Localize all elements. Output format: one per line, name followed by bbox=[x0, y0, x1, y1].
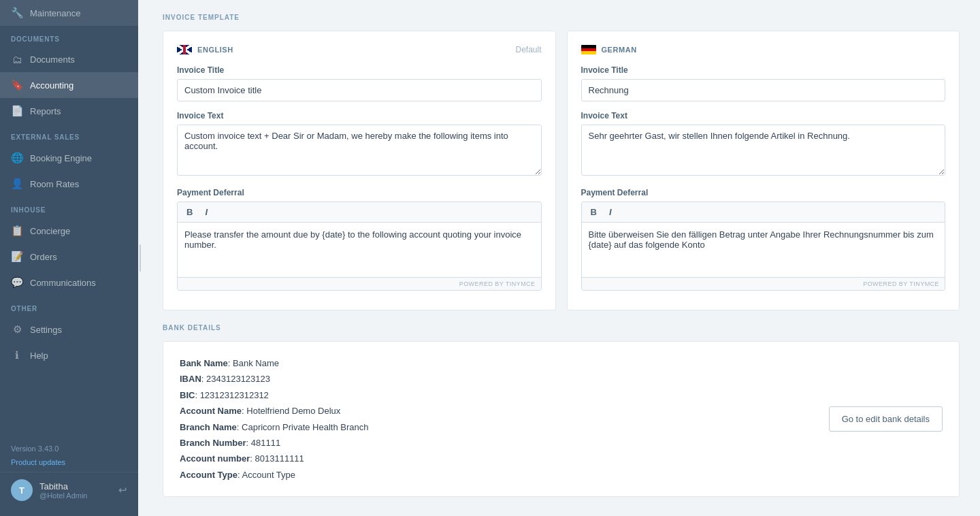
sidebar-item-label: Accounting bbox=[30, 80, 74, 91]
sidebar-item-room-rates[interactable]: 👤 Room Rates bbox=[0, 171, 138, 197]
sidebar-item-orders[interactable]: 📝 Orders bbox=[0, 244, 138, 270]
bic-row: BIC: 12312312312312 bbox=[180, 387, 815, 403]
sidebar-bottom: Version 3.43.0 Product updates T Tabitha… bbox=[0, 432, 138, 516]
sidebar-section-external-sales: External Sales bbox=[0, 124, 138, 145]
sidebar-item-label: Maintenance bbox=[30, 8, 80, 18]
sidebar-item-concierge[interactable]: 📋 Concierge bbox=[0, 218, 138, 244]
uk-flag-icon bbox=[177, 45, 192, 54]
german-invoice-card: GERMAN Invoice Title Invoice Text Sehr g… bbox=[567, 31, 960, 310]
de-payment-deferral-label: Payment Deferral bbox=[581, 188, 946, 197]
account-number-label: Account number bbox=[180, 453, 250, 464]
en-rich-footer: POWERED BY TINYMCE bbox=[178, 277, 541, 290]
bank-details-label: BANK DETAILS bbox=[163, 324, 960, 332]
en-invoice-title-label: Invoice Title bbox=[177, 65, 542, 75]
user-role: @Hotel Admin bbox=[39, 491, 112, 500]
booking-engine-icon: 🌐 bbox=[11, 152, 23, 164]
sidebar-item-label: Documents bbox=[30, 54, 75, 65]
account-name-row: Account Name: Hotelfriend Demo Delux bbox=[180, 403, 815, 419]
branch-name-value: Capricorn Private Health Branch bbox=[242, 422, 368, 432]
sidebar-item-booking-engine[interactable]: 🌐 Booking Engine bbox=[0, 145, 138, 171]
en-bold-button[interactable]: B bbox=[183, 206, 196, 219]
sidebar-item-communications[interactable]: 💬 Communications bbox=[0, 270, 138, 295]
english-invoice-card: ENGLISH Default Invoice Title Invoice Te… bbox=[163, 31, 556, 310]
de-rich-toolbar: B I bbox=[582, 202, 945, 223]
accounting-icon: 🔖 bbox=[11, 79, 23, 91]
communications-icon: 💬 bbox=[11, 276, 23, 289]
de-invoice-text-area[interactable]: Sehr geehrter Gast, wir stellen Ihnen fo… bbox=[581, 125, 946, 176]
sidebar-item-reports[interactable]: 📄 Reports bbox=[0, 98, 138, 124]
documents-icon: 🗂 bbox=[11, 54, 23, 65]
branch-name-label: Branch Name bbox=[180, 422, 237, 432]
de-rich-content[interactable]: Bitte überweisen Sie den fälligen Betrag… bbox=[582, 223, 945, 277]
bank-name-label: Bank Name bbox=[180, 358, 228, 368]
user-name: Tabitha bbox=[39, 481, 112, 491]
de-bold-button[interactable]: B bbox=[587, 206, 600, 219]
room-rates-icon: 👤 bbox=[11, 178, 23, 190]
en-rich-toolbar: B I bbox=[178, 202, 541, 223]
branch-number-label: Branch Number bbox=[180, 438, 246, 448]
sidebar-user: T Tabitha @Hotel Admin ↩ bbox=[0, 472, 138, 508]
account-type-value: Account Type bbox=[242, 470, 296, 480]
invoice-grid: ENGLISH Default Invoice Title Invoice Te… bbox=[163, 31, 960, 310]
maintenance-icon: 🔧 bbox=[11, 7, 23, 19]
en-rich-content[interactable]: Please transfer the amount due by {date}… bbox=[178, 223, 541, 277]
en-invoice-text-area[interactable]: Custom invoice text + Dear Sir or Madam,… bbox=[177, 125, 542, 176]
sidebar-item-label: Help bbox=[30, 351, 48, 361]
german-card-header: GERMAN bbox=[581, 45, 946, 54]
invoice-template-label: INVOICE TEMPLATE bbox=[163, 14, 960, 21]
resize-handle[interactable] bbox=[138, 0, 142, 516]
de-invoice-text-label: Invoice Text bbox=[581, 111, 946, 120]
de-invoice-title-input[interactable] bbox=[581, 79, 946, 101]
version-text: Version 3.43.0 bbox=[0, 440, 138, 457]
sidebar-item-help[interactable]: ℹ Help bbox=[0, 342, 138, 368]
german-lang: GERMAN bbox=[581, 45, 637, 54]
de-flag-icon bbox=[581, 45, 596, 54]
account-name-value: Hotelfriend Demo Delux bbox=[246, 406, 340, 416]
default-badge: Default bbox=[515, 45, 541, 54]
sidebar-item-maintenance[interactable]: 🔧 Maintenance bbox=[0, 0, 138, 26]
edit-bank-button[interactable]: Go to edit bank details bbox=[829, 406, 943, 432]
sidebar-item-label: Settings bbox=[30, 325, 62, 335]
en-italic-button[interactable]: I bbox=[201, 206, 211, 219]
logout-icon[interactable]: ↩ bbox=[118, 484, 127, 496]
de-italic-button[interactable]: I bbox=[606, 206, 615, 219]
account-type-label: Account Type bbox=[180, 470, 238, 480]
orders-icon: 📝 bbox=[11, 251, 23, 263]
product-updates-link[interactable]: Product updates bbox=[0, 457, 138, 472]
account-type-row: Account Type: Account Type bbox=[180, 467, 815, 483]
settings-icon: ⚙ bbox=[11, 323, 23, 336]
bic-label: BIC bbox=[180, 390, 195, 400]
en-invoice-text-label: Invoice Text bbox=[177, 111, 542, 120]
de-invoice-title-label: Invoice Title bbox=[581, 65, 946, 75]
sidebar-item-label: Concierge bbox=[30, 226, 70, 236]
sidebar-item-label: Communications bbox=[30, 278, 96, 288]
sidebar-item-label: Orders bbox=[30, 252, 57, 262]
english-lang: ENGLISH bbox=[177, 45, 233, 54]
sidebar-item-settings[interactable]: ⚙ Settings bbox=[0, 317, 138, 342]
german-lang-label: GERMAN bbox=[602, 46, 637, 54]
branch-name-row: Branch Name: Capricorn Private Health Br… bbox=[180, 419, 815, 435]
sidebar-item-accounting[interactable]: 🔖 Accounting bbox=[0, 72, 138, 98]
sidebar-section-documents: Documents bbox=[0, 26, 138, 47]
bank-details-card: Bank Name: Bank Name IBAN: 2343123123123… bbox=[163, 341, 960, 497]
iban-label: IBAN bbox=[180, 374, 201, 384]
sidebar-item-label: Booking Engine bbox=[30, 153, 92, 163]
concierge-icon: 📋 bbox=[11, 225, 23, 237]
sidebar-section-inhouse: Inhouse bbox=[0, 197, 138, 218]
main-content: INVOICE TEMPLATE ENGLISH Default Invoice… bbox=[142, 0, 980, 516]
account-number-value: 8013111111 bbox=[255, 453, 304, 464]
bank-name-row: Bank Name: Bank Name bbox=[180, 355, 815, 371]
sidebar: 🔧 Maintenance Documents 🗂 Documents 🔖 Ac… bbox=[0, 0, 138, 516]
account-name-label: Account Name bbox=[180, 406, 242, 416]
en-invoice-title-input[interactable] bbox=[177, 79, 542, 101]
branch-number-value: 481111 bbox=[251, 438, 280, 448]
branch-number-row: Branch Number: 481111 bbox=[180, 435, 815, 451]
en-payment-deferral-label: Payment Deferral bbox=[177, 188, 542, 197]
bank-info: Bank Name: Bank Name IBAN: 2343123123123… bbox=[180, 355, 815, 483]
iban-value: 2343123123123 bbox=[206, 374, 270, 384]
sidebar-item-documents[interactable]: 🗂 Documents bbox=[0, 47, 138, 72]
avatar: T bbox=[11, 479, 33, 501]
bank-name-value: Bank Name bbox=[233, 358, 279, 368]
help-icon: ℹ bbox=[11, 349, 23, 361]
reports-icon: 📄 bbox=[11, 105, 23, 117]
